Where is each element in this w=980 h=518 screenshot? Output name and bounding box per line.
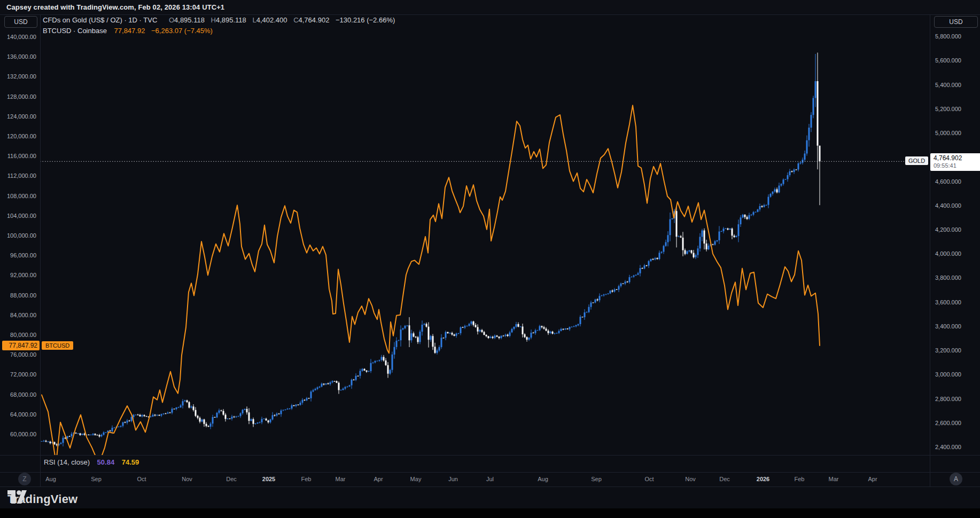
time-axis-tick: May: [410, 476, 422, 482]
auto-scale-button[interactable]: A: [950, 473, 962, 485]
close-key: C: [293, 16, 298, 24]
time-axis-tick: Oct: [137, 476, 146, 482]
right-axis-tick: 4,400.000: [935, 202, 961, 209]
left-axis-tick: 84,000.00: [1, 312, 36, 318]
left-axis-tick: 100,000.00: [1, 232, 36, 239]
right-axis-tick: 4,000.000: [935, 250, 961, 257]
close-value: 4,764.902: [299, 16, 330, 24]
gold-last-price: 4,764.902: [934, 154, 980, 162]
btc-price-value: 77,847.92: [114, 27, 145, 35]
time-axis-tick: Dec: [719, 476, 730, 482]
gold-symbol-title[interactable]: CFDs on Gold (US$ / OZ) · 1D · TVC: [43, 16, 157, 24]
left-axis-tick: 140,000.00: [1, 34, 36, 40]
time-axis-tick: Jun: [448, 476, 458, 482]
right-axis-tick: 5,000.000: [935, 130, 961, 136]
rsi-pane-header: RSI (14, close) 50.84 74.59: [44, 458, 139, 466]
left-axis-tick: 124,000.00: [1, 113, 36, 120]
btc-legend-row: BTCUSD · Coinbase 77,847.92 −6,263.07 (−…: [43, 27, 213, 35]
right-axis-border: [930, 15, 930, 487]
right-axis-tick: 5,400.000: [935, 82, 961, 88]
tradingview-logo[interactable]: TradingView: [7, 490, 77, 508]
gold-legend-row: CFDs on Gold (US$ / OZ) · 1D · TVC O4,89…: [43, 16, 395, 24]
gold-series-badge: GOLD: [905, 156, 928, 165]
time-axis-tick: Mar: [829, 476, 839, 482]
open-value: 4,895.118: [174, 16, 205, 24]
time-axis-tick: Mar: [336, 476, 346, 482]
time-axis-tick: Aug: [538, 476, 548, 482]
btc-last-price-label: 77,847.92: [2, 341, 40, 350]
high-value: 4,895.118: [216, 16, 246, 24]
right-axis-tick: 2,600.000: [935, 420, 961, 426]
rsi-value-2: 74.59: [122, 458, 139, 466]
right-axis-tick: 4,600.000: [935, 178, 961, 185]
btc-series-tag[interactable]: BTCUSD: [42, 341, 73, 350]
low-value: 4,402.400: [256, 16, 287, 24]
right-axis-tick: 5,600.000: [935, 57, 961, 64]
left-axis-border: [40, 15, 41, 487]
left-axis-tick: 88,000.00: [1, 292, 36, 299]
left-axis-currency-button[interactable]: USD: [4, 16, 37, 28]
left-axis-tick: 128,000.00: [1, 93, 36, 100]
time-axis-tick: Apr: [374, 476, 383, 482]
main-chart-plot[interactable]: [0, 0, 980, 518]
rsi-value-1: 50.84: [97, 458, 115, 466]
time-axis-tick: Dec: [226, 476, 237, 482]
open-key: O: [169, 16, 174, 24]
right-axis-currency-button[interactable]: USD: [934, 16, 978, 28]
time-axis-tick: Sep: [91, 476, 102, 482]
gold-last-price-label: 4,764.902 09:55:41: [930, 153, 980, 171]
time-axis-tick: Nov: [685, 476, 696, 482]
right-axis-tick: 3,600.000: [935, 299, 961, 305]
time-axis-tick: 2025: [262, 476, 275, 482]
btc-symbol-title[interactable]: BTCUSD · Coinbase: [43, 27, 107, 35]
left-axis-tick: 112,000.00: [1, 172, 36, 179]
low-key: L: [252, 16, 256, 24]
timezone-button[interactable]: Z: [18, 473, 31, 485]
left-axis-tick: 104,000.00: [1, 213, 36, 219]
left-axis-tick: 96,000.00: [1, 252, 36, 258]
left-axis-tick: 132,000.00: [1, 73, 36, 80]
right-axis-tick: 2,800.000: [935, 396, 961, 402]
right-axis-tick: 3,400.000: [935, 323, 961, 329]
right-axis-tick: 3,200.000: [935, 347, 961, 354]
rsi-title[interactable]: RSI (14, close): [44, 458, 90, 466]
gold-change: −130.216 (−2.66%): [336, 16, 395, 24]
left-axis-tick: 64,000.00: [1, 411, 36, 418]
time-axis-separator: [0, 472, 980, 473]
gold-countdown: 09:55:41: [934, 162, 980, 169]
time-axis-tick: Jul: [486, 476, 494, 482]
tradingview-chart-window: Capsey created with TradingView.com, Feb…: [0, 0, 980, 518]
time-axis-tick: Aug: [45, 476, 56, 482]
frame-bottom-line: [0, 486, 980, 487]
pane-separator[interactable]: [0, 455, 980, 456]
bottom-strip: [0, 508, 980, 518]
left-axis-tick: 92,000.00: [1, 272, 36, 278]
left-axis-tick: 76,000.00: [1, 351, 36, 358]
right-axis-tick: 4,200.000: [935, 226, 961, 233]
time-axis-tick: Oct: [644, 476, 654, 482]
right-axis-tick: 3,800.000: [935, 274, 961, 281]
time-axis-tick: Feb: [301, 476, 312, 482]
time-axis-tick: Feb: [795, 476, 805, 482]
right-axis-tick: 2,400.000: [935, 444, 961, 450]
left-axis-tick: 136,000.00: [1, 53, 36, 60]
time-axis-tick: Nov: [182, 476, 192, 482]
tradingview-logo-icon: [7, 490, 27, 504]
time-axis-tick: Sep: [591, 476, 602, 482]
left-axis-tick: 80,000.00: [1, 332, 36, 338]
right-axis-tick: 5,800.000: [935, 33, 961, 40]
time-axis-tick: Apr: [868, 476, 877, 482]
btc-change: −6,263.07 (−7.45%): [151, 27, 213, 35]
left-axis-tick: 108,000.00: [1, 193, 36, 199]
left-axis-tick: 116,000.00: [1, 153, 36, 159]
left-axis-tick: 68,000.00: [1, 391, 36, 398]
right-axis-tick: 5,200.000: [935, 106, 961, 112]
left-axis-tick: 120,000.00: [1, 133, 36, 139]
left-axis-tick: 72,000.00: [1, 371, 36, 378]
high-key: H: [211, 16, 216, 24]
right-axis-tick: 3,000.000: [935, 371, 961, 378]
left-axis-tick: 60,000.00: [1, 431, 36, 437]
time-axis-tick: 2026: [757, 476, 769, 482]
